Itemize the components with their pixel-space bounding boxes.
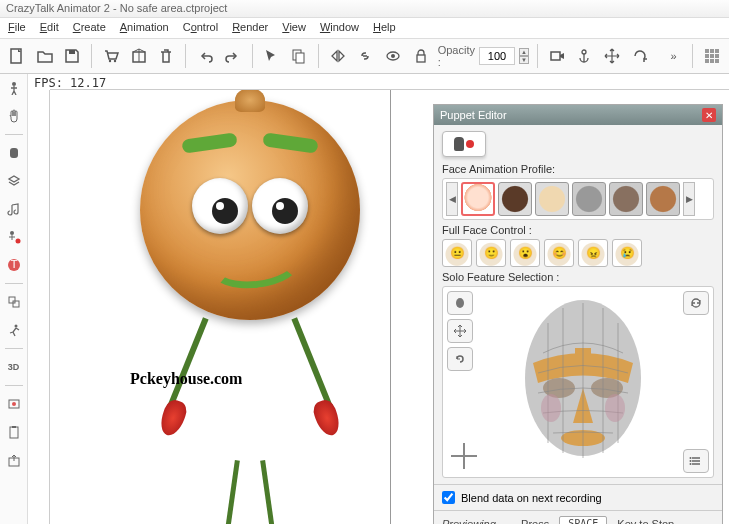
actor-tool-icon[interactable] (4, 78, 24, 98)
menu-view[interactable]: View (282, 21, 306, 35)
panel-titlebar[interactable]: Puppet Editor ✕ (434, 105, 722, 125)
menu-bar: File Edit Create Animation Control Rende… (0, 18, 729, 38)
svg-rect-6 (296, 53, 304, 63)
text-tool-icon[interactable]: T (4, 255, 24, 275)
face-tool-icon[interactable] (4, 143, 24, 163)
expr-thumb-6[interactable]: 😢 (612, 239, 642, 267)
main-toolbar: Opacity : ▲▼ » (0, 38, 729, 74)
svg-rect-16 (710, 54, 714, 58)
svg-rect-28 (13, 301, 19, 307)
panel-close-icon[interactable]: ✕ (702, 108, 716, 122)
list-icon[interactable] (683, 449, 709, 473)
svg-rect-1 (69, 50, 75, 54)
more-icon[interactable]: » (663, 44, 685, 68)
onion-character[interactable] (110, 100, 390, 460)
status-suffix: Key to Stop (617, 518, 674, 525)
svg-rect-12 (705, 49, 709, 53)
expr-thumb-3[interactable]: 😮 (510, 239, 540, 267)
menu-animation[interactable]: Animation (120, 21, 169, 35)
svg-point-36 (690, 457, 692, 459)
grid-icon[interactable] (701, 44, 723, 68)
profile-prev-button[interactable]: ◀ (446, 182, 458, 216)
rotate-icon[interactable] (629, 44, 651, 68)
opacity-label: Opacity : (438, 44, 475, 68)
motion-tool-icon[interactable] (4, 320, 24, 340)
camera-icon[interactable] (546, 44, 568, 68)
reset-feature-icon[interactable] (447, 347, 473, 371)
profile-thumb-1[interactable] (461, 182, 495, 216)
expr-thumb-5[interactable]: 😠 (578, 239, 608, 267)
profile-thumb-4[interactable] (572, 182, 606, 216)
opacity-input[interactable] (479, 47, 515, 65)
new-file-icon[interactable] (6, 44, 28, 68)
page-boundary (390, 90, 391, 524)
layers-tool-icon[interactable] (4, 171, 24, 191)
blend-checkbox[interactable] (442, 491, 455, 504)
audio-tool-icon[interactable] (4, 199, 24, 219)
3d-tool-icon[interactable]: 3D (4, 357, 24, 377)
trash-icon[interactable] (156, 44, 178, 68)
svg-rect-33 (12, 426, 16, 428)
status-press: Press (521, 518, 549, 525)
anchor-icon[interactable] (574, 44, 596, 68)
menu-create[interactable]: Create (73, 21, 106, 35)
head-3d-model[interactable] (503, 293, 663, 473)
export-tool-icon[interactable] (4, 450, 24, 470)
svg-point-35 (456, 298, 464, 308)
face-profile-row: ◀ ▶ (442, 178, 714, 220)
hand-tool-icon[interactable] (4, 106, 24, 126)
record-tool-icon[interactable] (4, 227, 24, 247)
profile-thumb-2[interactable] (498, 182, 532, 216)
svg-text:T: T (10, 258, 17, 270)
menu-file[interactable]: File (8, 21, 26, 35)
redo-icon[interactable] (222, 44, 244, 68)
svg-point-24 (15, 239, 20, 244)
cart-icon[interactable] (100, 44, 122, 68)
left-toolbar: T 3D (0, 74, 28, 524)
menu-edit[interactable]: Edit (40, 21, 59, 35)
lock-icon[interactable] (410, 44, 432, 68)
svg-rect-19 (710, 59, 714, 63)
window-titlebar: CrazyTalk Animator 2 - No safe area.ctpr… (0, 0, 729, 18)
menu-control[interactable]: Control (183, 21, 218, 35)
opacity-spinner[interactable]: ▲▼ (519, 48, 529, 64)
menu-window[interactable]: Window (320, 21, 359, 35)
svg-point-11 (582, 50, 586, 54)
svg-rect-17 (715, 54, 719, 58)
canvas[interactable]: Pckeyhouse.com Puppet Editor ✕ Face Anim… (50, 90, 729, 524)
eye-icon[interactable] (382, 44, 404, 68)
move-feature-icon[interactable] (447, 319, 473, 343)
package-icon[interactable] (128, 44, 150, 68)
svg-point-21 (12, 82, 16, 86)
blend-label: Blend data on next recording (461, 492, 602, 504)
cursor-icon[interactable] (260, 44, 282, 68)
open-folder-icon[interactable] (34, 44, 56, 68)
profile-thumb-6[interactable] (646, 182, 680, 216)
record-puppet-button[interactable] (442, 131, 486, 157)
profile-thumb-3[interactable] (535, 182, 569, 216)
menu-help[interactable]: Help (373, 21, 396, 35)
svg-point-38 (690, 463, 692, 465)
menu-render[interactable]: Render (232, 21, 268, 35)
prop-tool-icon[interactable] (4, 292, 24, 312)
puppet-editor-panel: Puppet Editor ✕ Face Animation Profile: … (433, 104, 723, 524)
expr-thumb-2[interactable]: 🙂 (476, 239, 506, 267)
onion-head (140, 100, 360, 320)
render-tool-icon[interactable] (4, 394, 24, 414)
link-icon[interactable] (355, 44, 377, 68)
undo-icon[interactable] (194, 44, 216, 68)
flip-h-icon[interactable] (327, 44, 349, 68)
profile-thumb-5[interactable] (609, 182, 643, 216)
refresh-icon[interactable] (683, 291, 709, 315)
svg-point-37 (690, 460, 692, 462)
profile-next-button[interactable]: ▶ (683, 182, 695, 216)
copy-icon[interactable] (288, 44, 310, 68)
expr-thumb-4[interactable]: 😊 (544, 239, 574, 267)
svg-rect-9 (417, 55, 425, 62)
crosshair-icon[interactable] (451, 443, 477, 469)
head-select-icon[interactable] (447, 291, 473, 315)
save-icon[interactable] (61, 44, 83, 68)
clipboard-tool-icon[interactable] (4, 422, 24, 442)
expr-thumb-1[interactable]: 😐 (442, 239, 472, 267)
move-icon[interactable] (601, 44, 623, 68)
